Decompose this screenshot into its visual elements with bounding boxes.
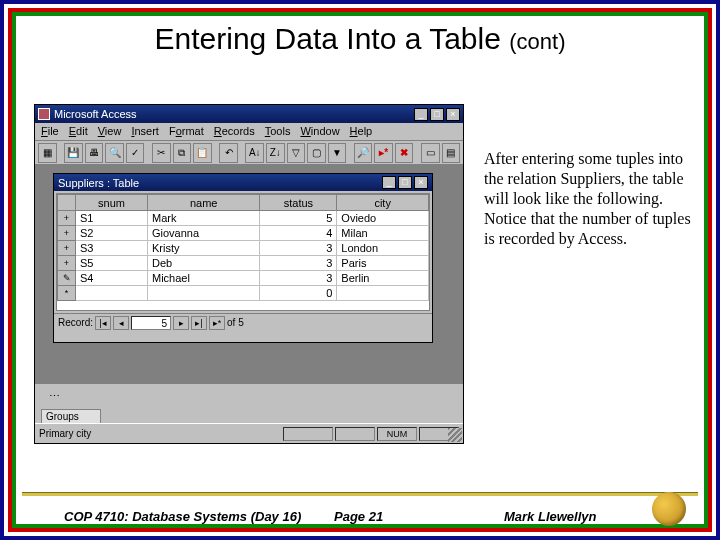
record-navigator: Record: |◂ ◂ 5 ▸ ▸| ▸* of 5 — [54, 313, 432, 331]
cell-snum[interactable]: S1 — [76, 211, 148, 226]
cell-name[interactable]: Mark — [147, 211, 259, 226]
cell-name[interactable]: Michael — [147, 271, 259, 286]
menu-edit[interactable]: Edit — [69, 125, 88, 138]
cell-snum[interactable]: S2 — [76, 226, 148, 241]
cell-city[interactable]: Paris — [337, 256, 429, 271]
cell-snum[interactable] — [76, 286, 148, 301]
slide-title: Entering Data Into a Table (cont) — [4, 22, 716, 56]
row-marker[interactable]: + — [58, 241, 76, 256]
cell-city[interactable]: London — [337, 241, 429, 256]
table-row[interactable]: *0 — [58, 286, 429, 301]
cell-name[interactable] — [147, 286, 259, 301]
row-marker[interactable]: * — [58, 286, 76, 301]
close-button[interactable]: × — [446, 108, 460, 121]
cell-city[interactable] — [337, 286, 429, 301]
cell-city[interactable]: Berlin — [337, 271, 429, 286]
table-titlebar[interactable]: Suppliers : Table _ □ × — [54, 174, 432, 191]
find-icon[interactable]: 🔎 — [354, 143, 373, 163]
print-icon[interactable]: 🖶 — [85, 143, 104, 163]
menu-format[interactable]: Format — [169, 125, 204, 138]
sub-maximize-button[interactable]: □ — [398, 176, 412, 189]
groups-header[interactable]: Groups — [41, 409, 101, 424]
col-snum[interactable]: snum — [76, 195, 148, 211]
cell-name[interactable]: Kristy — [147, 241, 259, 256]
nav-last-button[interactable]: ▸| — [191, 316, 207, 330]
nav-next-button[interactable]: ▸ — [173, 316, 189, 330]
nav-first-button[interactable]: |◂ — [95, 316, 111, 330]
row-marker[interactable]: + — [58, 226, 76, 241]
titlebar[interactable]: Microsoft Access _ □ × — [35, 105, 463, 123]
menu-tools[interactable]: Tools — [265, 125, 291, 138]
table-row[interactable]: +S3Kristy3London — [58, 241, 429, 256]
menu-insert[interactable]: Insert — [131, 125, 159, 138]
cell-status[interactable]: 3 — [260, 271, 337, 286]
nav-position[interactable]: 5 — [131, 316, 171, 330]
window-db-icon[interactable]: ▭ — [421, 143, 440, 163]
cell-status[interactable]: 3 — [260, 256, 337, 271]
sub-close-button[interactable]: × — [414, 176, 428, 189]
nav-prev-button[interactable]: ◂ — [113, 316, 129, 330]
title-main: Entering Data Into a Table — [155, 22, 501, 55]
cell-snum[interactable]: S4 — [76, 271, 148, 286]
cell-snum[interactable]: S5 — [76, 256, 148, 271]
save-icon[interactable]: 💾 — [64, 143, 83, 163]
cell-status[interactable]: 0 — [260, 286, 337, 301]
table-row[interactable]: +S2Giovanna4Milan — [58, 226, 429, 241]
cell-city[interactable]: Oviedo — [337, 211, 429, 226]
cell-status[interactable]: 3 — [260, 241, 337, 256]
new-record-icon[interactable]: ▸* — [374, 143, 393, 163]
nav-new-button[interactable]: ▸* — [209, 316, 225, 330]
footer-center: Page 21 — [334, 509, 383, 524]
row-marker[interactable]: + — [58, 256, 76, 271]
menu-records[interactable]: Records — [214, 125, 255, 138]
objects-line[interactable]: ⋯ — [49, 390, 457, 403]
menu-window[interactable]: Window — [300, 125, 339, 138]
maximize-button[interactable]: □ — [430, 108, 444, 121]
cell-status[interactable]: 5 — [260, 211, 337, 226]
mdi-workspace: Suppliers : Table _ □ × snum name — [35, 165, 463, 399]
col-status[interactable]: status — [260, 195, 337, 211]
undo-icon[interactable]: ↶ — [219, 143, 238, 163]
cell-name[interactable]: Deb — [147, 256, 259, 271]
preview-icon[interactable]: 🔍 — [105, 143, 124, 163]
row-marker[interactable]: ✎ — [58, 271, 76, 286]
table-row[interactable]: +S1Mark5Oviedo — [58, 211, 429, 226]
col-city[interactable]: city — [337, 195, 429, 211]
cell-status[interactable]: 4 — [260, 226, 337, 241]
sort-desc-icon[interactable]: Z↓ — [266, 143, 285, 163]
sort-asc-icon[interactable]: A↓ — [245, 143, 264, 163]
nav-total: of 5 — [227, 317, 244, 328]
view-icon[interactable]: ▦ — [38, 143, 57, 163]
menu-help[interactable]: Help — [350, 125, 373, 138]
row-marker[interactable]: + — [58, 211, 76, 226]
datasheet[interactable]: snum name status city +S1Mark5Oviedo+S2G… — [56, 193, 430, 311]
cell-snum[interactable]: S3 — [76, 241, 148, 256]
status-well-1 — [283, 427, 333, 441]
data-grid[interactable]: snum name status city +S1Mark5Oviedo+S2G… — [57, 194, 429, 301]
delete-record-icon[interactable]: ✖ — [395, 143, 414, 163]
paste-icon[interactable]: 📋 — [193, 143, 212, 163]
title-sub: (cont) — [509, 29, 565, 54]
col-name[interactable]: name — [147, 195, 259, 211]
spell-icon[interactable]: ✓ — [126, 143, 145, 163]
menu-file[interactable]: File — [41, 125, 59, 138]
footer-rule — [22, 492, 698, 496]
minimize-button[interactable]: _ — [414, 108, 428, 121]
table-row[interactable]: +S5Deb3Paris — [58, 256, 429, 271]
new-object-icon[interactable]: ▤ — [442, 143, 461, 163]
cut-icon[interactable]: ✂ — [152, 143, 171, 163]
copy-icon[interactable]: ⧉ — [173, 143, 192, 163]
table-row[interactable]: ✎S4Michael3Berlin — [58, 271, 429, 286]
status-num: NUM — [377, 427, 417, 441]
slide: Entering Data Into a Table (cont) After … — [0, 0, 720, 540]
resize-grip-icon[interactable] — [448, 428, 462, 442]
cell-city[interactable]: Milan — [337, 226, 429, 241]
sub-minimize-button[interactable]: _ — [382, 176, 396, 189]
filter-sel-icon[interactable]: ▽ — [287, 143, 306, 163]
row-selector-header[interactable] — [58, 195, 76, 211]
menu-view[interactable]: View — [98, 125, 122, 138]
recnav-label: Record: — [58, 317, 93, 328]
cell-name[interactable]: Giovanna — [147, 226, 259, 241]
apply-filter-icon[interactable]: ▼ — [328, 143, 347, 163]
filter-form-icon[interactable]: ▢ — [307, 143, 326, 163]
